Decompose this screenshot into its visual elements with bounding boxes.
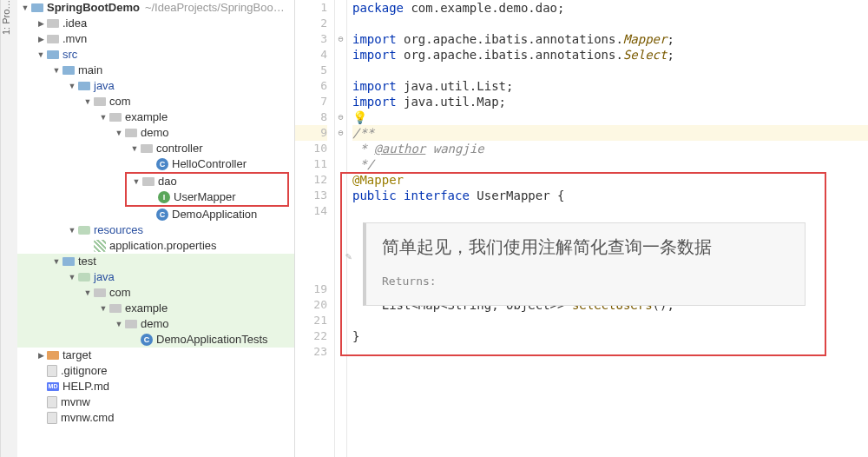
code-editor[interactable]: 12 34 56 78 910 1112 1314 1920 2122 23 ⊖… <box>295 0 868 457</box>
chevron-down-icon[interactable] <box>21 0 30 16</box>
chevron-down-icon[interactable] <box>52 254 61 269</box>
chevron-down-icon[interactable] <box>83 94 92 109</box>
package-icon <box>109 113 122 122</box>
chevron-right-icon[interactable] <box>36 16 45 31</box>
chevron-down-icon[interactable] <box>52 63 61 78</box>
tree-item[interactable]: src <box>62 47 77 63</box>
tree-item[interactable]: HelloController <box>172 156 247 172</box>
tree-item[interactable]: mvnw.cmd <box>61 410 114 426</box>
chevron-down-icon[interactable] <box>115 125 123 141</box>
chevron-down-icon[interactable] <box>130 141 139 156</box>
code-area[interactable]: ✎ package com.example.demo.dao; import o… <box>347 0 868 457</box>
folder-icon <box>47 19 59 28</box>
folder-icon <box>62 257 75 266</box>
tree-item[interactable]: com <box>109 285 131 301</box>
tree-item[interactable]: resources <box>94 222 143 238</box>
fold-toggle-icon[interactable]: ⊖ <box>335 125 346 141</box>
chevron-down-icon[interactable] <box>68 269 76 285</box>
tree-item[interactable]: com <box>109 94 131 109</box>
class-icon <box>156 158 168 170</box>
tree-item[interactable]: java <box>94 78 115 94</box>
package-icon <box>94 97 106 106</box>
package-icon <box>125 320 137 328</box>
javadoc-tooltip: 简单起见，我们使用注解简化查询一条数据 Returns: <box>363 222 806 306</box>
tree-item[interactable]: .gitignore <box>61 363 107 379</box>
tree-item-usermapper[interactable]: UserMapper <box>174 189 236 205</box>
pencil-icon: ✎ <box>345 250 352 262</box>
tree-item[interactable]: java <box>94 269 115 285</box>
tree-root-path: ~/IdeaProjects/SpringBoo… <box>145 0 285 16</box>
chevron-down-icon[interactable] <box>36 47 45 63</box>
tree-item[interactable]: example <box>125 109 168 125</box>
chevron-down-icon[interactable] <box>115 316 123 332</box>
class-icon <box>156 209 168 221</box>
class-icon <box>141 334 153 346</box>
chevron-right-icon[interactable] <box>36 348 45 363</box>
tree-item[interactable]: DemoApplicationTests <box>156 332 268 348</box>
markdown-file-icon <box>47 382 59 391</box>
tree-item[interactable]: controller <box>156 141 202 156</box>
folder-icon <box>47 35 59 43</box>
project-tree[interactable]: SpringBootDemo ~/IdeaProjects/SpringBoo…… <box>17 0 295 457</box>
chevron-down-icon[interactable] <box>132 174 141 189</box>
tree-item[interactable]: mvnw <box>61 394 90 410</box>
package-icon <box>142 177 155 186</box>
file-icon <box>47 412 57 424</box>
project-icon <box>31 3 43 12</box>
interface-icon <box>158 191 170 203</box>
chevron-down-icon[interactable] <box>83 285 92 301</box>
tree-item[interactable]: application.properties <box>109 238 217 254</box>
properties-file-icon <box>94 240 106 252</box>
tree-item[interactable]: example <box>125 301 168 316</box>
chevron-down-icon[interactable] <box>68 222 76 238</box>
fold-gutter[interactable]: ⊖ ⊖ ⊖ <box>335 0 347 457</box>
package-icon <box>109 304 122 313</box>
tree-item[interactable]: HELP.md <box>62 379 109 394</box>
intention-bulb-icon[interactable]: 💡 <box>352 110 367 124</box>
folder-icon <box>62 66 75 75</box>
tooltip-text: 简单起见，我们使用注解简化查询一条数据 <box>382 235 789 259</box>
package-icon <box>125 129 137 137</box>
tree-item[interactable]: .idea <box>62 16 87 31</box>
tree-root-label[interactable]: SpringBootDemo <box>47 0 140 16</box>
chevron-down-icon[interactable] <box>68 78 76 94</box>
source-folder-icon <box>78 82 90 90</box>
tree-item[interactable]: test <box>78 254 96 269</box>
folder-icon <box>47 50 59 59</box>
excluded-folder-icon <box>47 351 59 360</box>
test-folder-icon <box>78 273 90 281</box>
tree-item[interactable]: DemoApplication <box>172 207 257 222</box>
fold-toggle-icon[interactable]: ⊖ <box>335 31 346 47</box>
tree-item[interactable]: target <box>62 348 91 363</box>
chevron-right-icon[interactable] <box>36 31 45 47</box>
file-icon <box>47 396 57 408</box>
package-icon <box>94 288 106 297</box>
tree-item[interactable]: demo <box>141 125 169 141</box>
tree-item[interactable]: .mvn <box>62 31 87 47</box>
chevron-down-icon[interactable] <box>99 109 108 125</box>
tree-item-dao[interactable]: dao <box>158 174 177 189</box>
package-icon <box>141 144 153 153</box>
tooltip-returns-label: Returns: <box>382 275 789 288</box>
line-number-gutter[interactable]: 12 34 56 78 910 1112 1314 1920 2122 23 <box>295 0 335 457</box>
fold-toggle-icon[interactable]: ⊖ <box>335 109 346 125</box>
resources-folder-icon <box>78 226 90 235</box>
tree-item[interactable]: main <box>78 63 102 78</box>
tool-window-stripe[interactable]: 1: Pro… <box>0 0 17 457</box>
chevron-down-icon[interactable] <box>99 301 108 316</box>
file-icon <box>47 365 57 377</box>
tree-item[interactable]: demo <box>141 316 169 332</box>
